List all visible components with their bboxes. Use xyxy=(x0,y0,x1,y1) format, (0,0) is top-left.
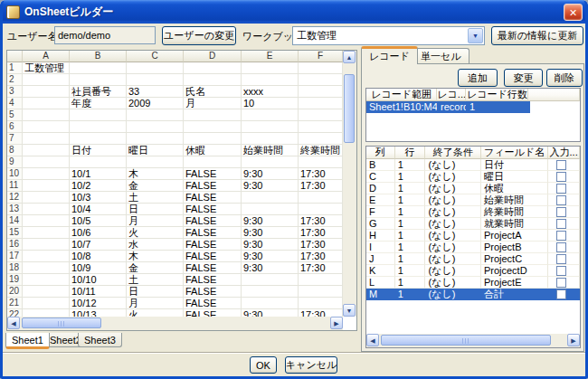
grid-cell[interactable] xyxy=(184,133,242,145)
grid-cell[interactable]: 9:30 xyxy=(242,168,299,180)
grid-cell[interactable] xyxy=(23,168,70,180)
grid-cell[interactable]: 17:30 xyxy=(299,309,343,317)
grid-cell[interactable]: 社員番号 xyxy=(70,86,127,98)
grid-cell[interactable] xyxy=(23,192,70,204)
grid-cell[interactable] xyxy=(70,74,127,86)
grid-cell[interactable] xyxy=(23,133,70,145)
sheet-tab-1[interactable]: Sheet1 xyxy=(5,333,50,349)
grid-cell[interactable] xyxy=(299,62,343,74)
grid-cell[interactable]: FALSE xyxy=(184,239,242,251)
grid-cell[interactable] xyxy=(127,62,184,74)
grid-cell[interactable]: 10/11 xyxy=(70,286,127,298)
grid-cell[interactable] xyxy=(184,156,242,168)
grid-cell[interactable] xyxy=(299,133,343,145)
row-header[interactable]: 10 xyxy=(7,168,23,180)
grid-cell[interactable]: 10/3 xyxy=(70,192,127,204)
grid-cell[interactable]: 10/8 xyxy=(70,251,127,262)
sheet-tab-3[interactable]: Sheet3 xyxy=(78,333,122,347)
close-button[interactable] xyxy=(564,4,583,21)
grid-cell[interactable] xyxy=(23,180,70,192)
field-list-row[interactable]: G1(なし)就業時間 xyxy=(366,218,580,230)
grid-horizontal-scrollbar[interactable] xyxy=(7,317,343,330)
grid-cell[interactable] xyxy=(242,204,299,215)
grid-cell[interactable]: 金 xyxy=(127,180,184,192)
grid-cell[interactable]: 日 xyxy=(127,204,184,215)
grid-cell[interactable] xyxy=(127,156,184,168)
input-checkbox[interactable] xyxy=(556,278,566,288)
grid-cell[interactable]: 10/2 xyxy=(70,180,127,192)
grid-cell[interactable] xyxy=(70,121,127,133)
grid-cell[interactable] xyxy=(299,98,343,109)
field-list-row[interactable]: E1(なし)始業時間 xyxy=(366,194,580,206)
grid-cell[interactable] xyxy=(242,156,299,168)
row-header[interactable]: 3 xyxy=(7,86,23,98)
grid-cell[interactable]: 曜日 xyxy=(127,145,184,156)
grid-cell[interactable]: 終業時間 xyxy=(299,145,343,156)
grid-cell[interactable]: xxxx xyxy=(242,86,299,98)
field-list-horizontal-scrollbar[interactable] xyxy=(366,334,580,347)
row-header[interactable]: 11 xyxy=(7,180,23,192)
input-checkbox[interactable] xyxy=(556,231,566,241)
change-button[interactable]: 変更 xyxy=(504,69,543,87)
row-header[interactable]: 2 xyxy=(7,74,23,86)
scroll-left-icon[interactable] xyxy=(366,334,379,346)
input-checkbox[interactable] xyxy=(556,172,566,182)
grid-cell[interactable]: FALSE xyxy=(184,251,242,262)
grid-cell[interactable]: 工数管理 xyxy=(23,62,70,74)
grid-cell[interactable] xyxy=(23,109,70,121)
row-header[interactable]: 22 xyxy=(7,309,23,317)
grid-cell[interactable]: 10/10 xyxy=(70,274,127,286)
grid-corner-cell[interactable] xyxy=(7,51,23,62)
add-button[interactable]: 追加 xyxy=(458,69,498,87)
grid-cell[interactable]: 木 xyxy=(127,251,184,262)
grid-cell[interactable]: 9:30 xyxy=(242,180,299,192)
row-header[interactable]: 18 xyxy=(7,262,23,274)
grid-cell[interactable] xyxy=(299,86,343,98)
input-checkbox[interactable] xyxy=(556,266,566,276)
row-header[interactable]: 5 xyxy=(7,109,23,121)
row-header[interactable]: 15 xyxy=(7,227,23,239)
row-header[interactable]: 17 xyxy=(7,251,23,262)
grid-cell[interactable]: 10/5 xyxy=(70,215,127,227)
row-header[interactable]: 14 xyxy=(7,215,23,227)
horizontal-scroll-thumb[interactable] xyxy=(381,335,551,346)
grid-cell[interactable]: 水 xyxy=(127,239,184,251)
grid-cell[interactable]: 10 xyxy=(242,98,299,109)
grid-cell[interactable] xyxy=(23,145,70,156)
chevron-down-icon[interactable] xyxy=(468,28,483,43)
grid-cell[interactable]: 17:30 xyxy=(299,168,343,180)
grid-cell[interactable] xyxy=(242,109,299,121)
grid-cell[interactable] xyxy=(299,274,343,286)
grid-cell[interactable]: 10/9 xyxy=(70,262,127,274)
row-header[interactable]: 13 xyxy=(7,204,23,215)
grid-cell[interactable] xyxy=(127,109,184,121)
workbook-combobox[interactable]: 工数管理 xyxy=(292,26,485,45)
tab-single-cell[interactable]: 単一セル xyxy=(413,48,469,64)
grid-cell[interactable] xyxy=(299,109,343,121)
field-list-row[interactable]: B1(なし)日付 xyxy=(366,159,580,171)
grid-cell[interactable] xyxy=(242,298,299,309)
grid-cell[interactable] xyxy=(23,251,70,262)
grid-cell[interactable] xyxy=(299,298,343,309)
scroll-left-icon[interactable] xyxy=(7,317,20,329)
row-header[interactable]: 1 xyxy=(7,62,23,74)
column-header-b[interactable]: B xyxy=(70,51,127,62)
field-list-row[interactable]: I1(なし)ProjectB xyxy=(366,242,580,253)
grid-cell[interactable] xyxy=(23,262,70,274)
row-header[interactable]: 20 xyxy=(7,286,23,298)
grid-cell[interactable]: FALSE xyxy=(184,180,242,192)
grid-cell[interactable] xyxy=(23,156,70,168)
field-list-header-cell[interactable]: 入力... xyxy=(548,147,580,159)
input-checkbox[interactable] xyxy=(556,254,566,264)
grid-cell[interactable]: 火 xyxy=(127,309,184,317)
column-header-a[interactable]: A xyxy=(23,51,70,62)
horizontal-scroll-thumb[interactable] xyxy=(22,317,101,328)
grid-cell[interactable]: 10/7 xyxy=(70,239,127,251)
grid-cell[interactable]: 年度 xyxy=(70,98,127,109)
grid-cell[interactable]: FALSE xyxy=(184,298,242,309)
grid-cell[interactable] xyxy=(23,98,70,109)
grid-cell[interactable]: 休暇 xyxy=(184,145,242,156)
grid-cell[interactable]: 10/6 xyxy=(70,227,127,239)
grid-cell[interactable]: 9:30 xyxy=(242,215,299,227)
grid-cell[interactable]: FALSE xyxy=(184,168,242,180)
